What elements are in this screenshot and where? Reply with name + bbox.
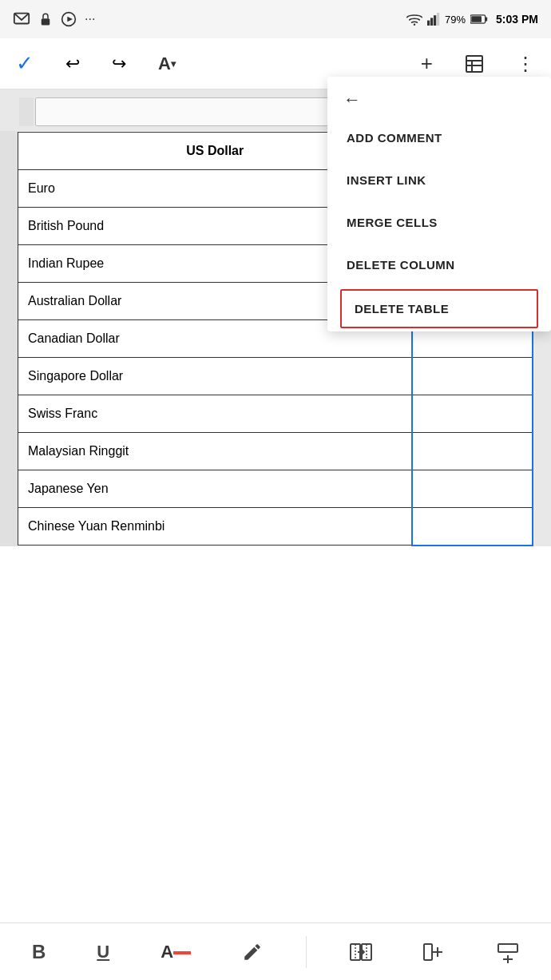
insert-row-button[interactable]: [489, 933, 527, 971]
time: 5:03 PM: [496, 13, 538, 26]
status-bar-system: 79% 5:03 PM: [406, 12, 538, 26]
currency-cell: Chinese Yuan Renminbi: [18, 508, 413, 546]
check-button[interactable]: ✓: [10, 45, 40, 82]
toolbar-divider: [306, 936, 307, 968]
underline-button[interactable]: U: [89, 934, 117, 970]
svg-rect-8: [437, 13, 439, 26]
pen-icon: [242, 942, 263, 962]
battery-icon: [470, 14, 488, 25]
value-cell: [412, 358, 533, 395]
currency-cell: Malaysian Ringgit: [18, 433, 413, 470]
svg-point-4: [414, 23, 416, 25]
battery-pct: 79%: [445, 14, 466, 26]
svg-rect-10: [471, 16, 482, 22]
svg-rect-23: [498, 944, 517, 952]
status-bar-notifications: ···: [13, 10, 95, 28]
undo-button[interactable]: ↩: [59, 47, 86, 81]
signal-icon: [427, 12, 440, 26]
value-cell: [412, 433, 533, 470]
pen-button[interactable]: [234, 934, 271, 970]
table-button[interactable]: [458, 48, 490, 80]
play-icon: [61, 10, 77, 28]
context-menu: ← ADD COMMENT INSERT LINK MERGE CELLS DE…: [327, 77, 551, 331]
svg-rect-1: [42, 18, 50, 25]
context-menu-back[interactable]: ←: [327, 77, 551, 117]
svg-rect-5: [427, 21, 430, 26]
message-icon: [13, 10, 30, 28]
currency-cell: Japanese Yen: [18, 470, 413, 508]
menu-item-delete-column[interactable]: DELETE COLUMN: [327, 244, 551, 286]
value-cell: [412, 395, 533, 433]
table-row: Chinese Yuan Renminbi: [18, 508, 533, 546]
font-color-button[interactable]: A: [153, 934, 199, 970]
more-button[interactable]: ⋮: [509, 46, 541, 81]
redo-button[interactable]: ↪: [105, 47, 133, 81]
svg-rect-12: [466, 56, 482, 72]
value-cell: [412, 470, 533, 508]
svg-marker-3: [67, 17, 73, 22]
lock-icon: [38, 10, 53, 28]
row-indicator: [0, 131, 18, 546]
merge-icon: [350, 941, 372, 963]
insert-row-icon: [497, 941, 519, 963]
table-icon: [465, 54, 484, 73]
menu-item-add-comment[interactable]: ADD COMMENT: [327, 117, 551, 159]
currency-cell: Swiss Franc: [18, 395, 413, 433]
table-row: Japanese Yen: [18, 470, 533, 508]
status-bar: ··· 79% 5:03 PM: [0, 0, 551, 38]
menu-item-delete-table[interactable]: DELETE TABLE: [340, 289, 538, 328]
back-arrow-icon[interactable]: ←: [343, 89, 361, 110]
menu-item-merge-cells[interactable]: MERGE CELLS: [327, 201, 551, 244]
ellipsis: ···: [85, 12, 95, 26]
main-content: ✓ ↩ ↪ A▾ + ⋮ ← ADD COMMENT INSERT LINK M…: [0, 38, 551, 922]
svg-rect-6: [430, 18, 433, 26]
menu-item-insert-link[interactable]: INSERT LINK: [327, 159, 551, 201]
font-button[interactable]: A▾: [152, 47, 182, 81]
table-row: Malaysian Ringgit: [18, 433, 533, 470]
value-cell: [412, 508, 533, 546]
table-row: Swiss Franc: [18, 395, 533, 433]
svg-rect-7: [434, 15, 436, 26]
merge-cells-button[interactable]: [342, 933, 380, 971]
bottom-toolbar: B U A: [0, 922, 551, 980]
currency-cell: Singapore Dollar: [18, 358, 413, 395]
table-row: Singapore Dollar: [18, 358, 533, 395]
svg-rect-11: [486, 17, 488, 21]
wifi-icon: [406, 12, 422, 26]
insert-col-icon: [423, 941, 446, 963]
bold-button[interactable]: B: [24, 933, 54, 971]
svg-rect-20: [424, 944, 432, 960]
insert-column-button[interactable]: [415, 933, 454, 971]
